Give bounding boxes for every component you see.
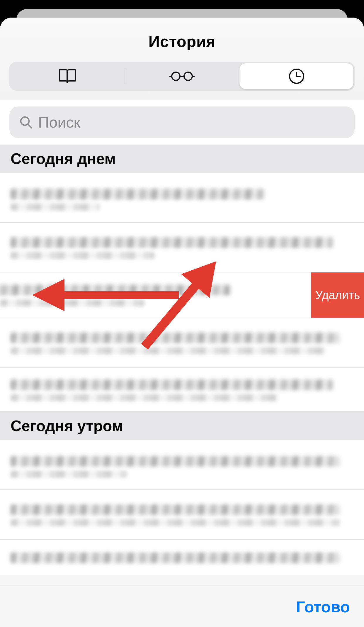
history-list-afternoon: Удалить xyxy=(0,173,364,412)
section-header-label: Сегодня утром xyxy=(11,417,353,435)
redacted-subtitle xyxy=(11,394,278,401)
history-row[interactable] xyxy=(0,490,364,540)
section-header-afternoon: Сегодня днем xyxy=(0,145,364,173)
redacted-subtitle xyxy=(11,204,100,211)
redacted-title xyxy=(0,285,230,295)
history-row[interactable] xyxy=(0,540,364,575)
history-row[interactable] xyxy=(0,440,364,490)
tab-history[interactable] xyxy=(239,63,353,89)
search-input[interactable]: Поиск xyxy=(9,106,355,138)
search-container: Поиск xyxy=(0,100,364,145)
tab-segmented-control[interactable] xyxy=(9,62,355,91)
svg-point-0 xyxy=(172,72,180,80)
sheet-header: История xyxy=(0,18,364,100)
history-row[interactable] xyxy=(0,368,364,412)
redacted-subtitle xyxy=(11,347,326,354)
svg-point-1 xyxy=(184,72,192,80)
clock-icon xyxy=(288,68,305,85)
done-button[interactable]: Готово xyxy=(296,598,350,616)
history-row[interactable] xyxy=(0,223,364,272)
redacted-title xyxy=(11,189,264,199)
redacted-title xyxy=(11,553,340,563)
delete-button[interactable]: Удалить xyxy=(311,272,364,318)
glasses-icon xyxy=(169,70,195,82)
redacted-title xyxy=(11,379,333,390)
redacted-subtitle xyxy=(11,252,154,259)
content-area: Поиск Сегодня днем xyxy=(0,100,364,586)
redacted-title xyxy=(11,237,333,248)
history-list-morning xyxy=(0,440,364,575)
history-row[interactable] xyxy=(0,318,364,368)
tab-bookmarks[interactable] xyxy=(11,63,125,89)
redacted-subtitle xyxy=(11,471,127,478)
book-icon xyxy=(57,68,78,84)
search-icon xyxy=(19,116,33,129)
page-title: История xyxy=(0,32,364,50)
bottom-toolbar: Готово xyxy=(0,586,364,627)
redacted-title xyxy=(11,456,340,467)
history-modal-sheet: История xyxy=(0,18,364,627)
section-header-morning: Сегодня утром xyxy=(0,412,364,440)
history-row-swiped[interactable]: Удалить xyxy=(0,272,364,318)
section-header-label: Сегодня днем xyxy=(11,150,353,167)
tab-reading-list[interactable] xyxy=(125,63,239,89)
redacted-subtitle xyxy=(11,519,340,526)
delete-label: Удалить xyxy=(315,289,360,302)
search-placeholder: Поиск xyxy=(38,113,80,131)
redacted-title xyxy=(11,504,340,515)
redacted-subtitle xyxy=(0,299,144,306)
history-row[interactable] xyxy=(0,173,364,223)
redacted-title xyxy=(11,333,340,343)
